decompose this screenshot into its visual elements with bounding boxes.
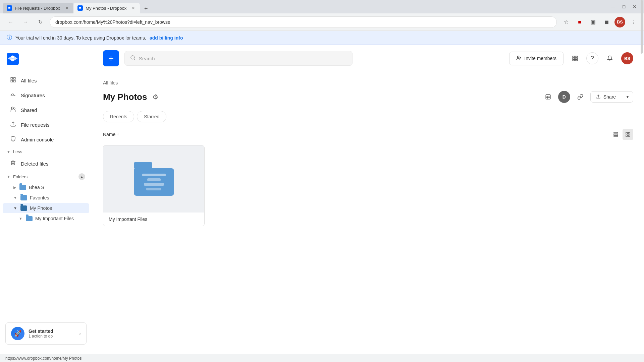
svg-rect-17 — [576, 58, 578, 59]
address-bar-actions: ☆ ■ ▣ ◼ BS ⋮ — [561, 17, 639, 27]
sidebar-folder-favorites[interactable]: ▼ Favorites — [3, 193, 89, 203]
svg-rect-18 — [573, 60, 574, 61]
title-actions: D Share ▼ — [542, 91, 633, 103]
tab-close-1[interactable]: ✕ — [64, 5, 69, 11]
new-tab-button[interactable]: + — [141, 4, 151, 13]
sidebar-item-signatures[interactable]: Signatures — [3, 88, 89, 103]
share-dropdown-arrow[interactable]: ▼ — [622, 92, 633, 102]
browser-profile-avatar[interactable]: BS — [614, 17, 625, 27]
shared-label: Shared — [21, 107, 37, 113]
tab-starred[interactable]: Starred — [137, 111, 166, 122]
extensions-button[interactable]: ▣ — [588, 17, 598, 27]
svg-rect-27 — [614, 134, 618, 135]
svg-rect-20 — [576, 60, 578, 61]
tab-recents[interactable]: Recents — [103, 111, 134, 122]
forward-button[interactable]: → — [20, 17, 31, 27]
sort-name-button[interactable]: Name ↑ — [103, 132, 119, 137]
svg-point-9 — [518, 56, 519, 58]
tab-bar: File requests - Dropbox ✕ My Photos - Dr… — [3, 0, 151, 13]
status-bar: https://www.dropbox.com/home/My Photos — [0, 354, 644, 362]
grid-view-button[interactable] — [623, 129, 633, 140]
sidebar-folder-bhea-s[interactable]: ▶ Bhea S — [3, 182, 89, 192]
deleted-files-icon — [9, 160, 17, 168]
sidebar-logo[interactable] — [0, 50, 92, 73]
main-content: + Search Invite members — [92, 45, 644, 354]
sidebar-folder-my-photos[interactable]: ▼ My Photos — [3, 203, 89, 213]
deleted-files-label: Deleted files — [21, 161, 49, 167]
minimize-button[interactable]: ─ — [609, 3, 617, 11]
tab-favicon-1 — [7, 5, 12, 11]
close-window-button[interactable]: ✕ — [631, 3, 639, 11]
content-area: All files My Photos ⚙ D — [92, 72, 644, 354]
sidebar-less-toggle[interactable]: ▼ Less — [0, 147, 92, 156]
my-important-files-label: My Important Files — [35, 216, 74, 221]
folder-line-1 — [142, 174, 166, 176]
sort-name-label: Name — [103, 132, 115, 137]
tab-my-photos[interactable]: My Photos - Dropbox ✕ — [73, 3, 140, 13]
admin-console-icon — [9, 136, 17, 143]
all-files-icon — [9, 77, 17, 84]
notifications-button[interactable] — [604, 52, 616, 64]
sidebar-folder-my-important-files[interactable]: ▼ My Important Files — [3, 214, 89, 224]
app-grid-button[interactable] — [569, 52, 581, 64]
refresh-button[interactable]: ↻ — [35, 17, 46, 27]
dropbox-logo-icon[interactable] — [7, 53, 19, 65]
menu-button[interactable]: ⋮ — [628, 17, 639, 27]
breadcrumb[interactable]: All files — [103, 80, 633, 85]
tab-file-requests[interactable]: File requests - Dropbox ✕ — [3, 3, 73, 13]
invite-members-button[interactable]: Invite members — [509, 52, 564, 65]
svg-rect-13 — [575, 56, 576, 57]
admin-console-label: Admin console — [21, 137, 54, 142]
less-label: Less — [13, 149, 22, 154]
svg-rect-3 — [11, 80, 12, 82]
invite-members-label: Invite members — [524, 56, 556, 61]
split-view-button[interactable]: ◼ — [601, 17, 612, 27]
folders-scroll-up[interactable]: ▲ — [78, 173, 85, 180]
search-input[interactable]: Search — [139, 56, 155, 61]
browser-frame: File requests - Dropbox ✕ My Photos - Dr… — [0, 0, 644, 362]
sidebar-item-deleted-files[interactable]: Deleted files — [3, 157, 89, 171]
bookmark-button[interactable]: ☆ — [561, 17, 572, 27]
get-started-button[interactable]: 🚀 Get started 1 action to do › — [5, 322, 87, 345]
add-button[interactable]: + — [103, 50, 119, 66]
sidebar-item-shared[interactable]: Shared — [3, 103, 89, 117]
share-label: Share — [603, 94, 616, 100]
file-requests-icon — [9, 121, 17, 129]
add-billing-info-link[interactable]: add billing info — [150, 35, 183, 41]
list-view-button[interactable] — [610, 129, 621, 140]
svg-rect-15 — [573, 58, 574, 59]
search-bar[interactable]: Search — [124, 51, 353, 66]
favorites-folder-icon — [20, 195, 27, 200]
folders-section-header[interactable]: ▼ Folders ▲ — [0, 171, 92, 182]
copy-link-button[interactable] — [574, 91, 586, 103]
help-button[interactable]: ? — [586, 52, 598, 64]
folder-body-shape — [134, 168, 174, 196]
file-card-my-important-files[interactable]: My Important Files — [103, 145, 205, 226]
header-actions: Invite members ? BS — [509, 52, 633, 65]
signatures-label: Signatures — [21, 93, 45, 98]
url-bar[interactable]: dropbox.com/home/My%20Photos?di=left_nav… — [50, 16, 557, 28]
maximize-button[interactable]: □ — [620, 3, 628, 11]
file-card-name: My Important Files — [109, 217, 199, 222]
adblock-button[interactable]: ■ — [574, 17, 585, 27]
user-avatar[interactable]: BS — [621, 52, 633, 64]
main-header: + Search Invite members — [92, 45, 644, 72]
shared-icon — [9, 106, 17, 114]
my-important-files-folder-icon — [26, 216, 33, 221]
sidebar: All files Signatures Shared — [0, 45, 92, 354]
folder-settings-gear[interactable]: ⚙ — [152, 93, 158, 101]
svg-rect-31 — [626, 135, 628, 136]
back-button[interactable]: ← — [5, 17, 16, 27]
share-button[interactable]: Share ▼ — [590, 91, 633, 103]
sidebar-item-all-files[interactable]: All files — [3, 73, 89, 88]
folder-line-3 — [144, 183, 164, 186]
collaborator-avatar-d[interactable]: D — [558, 91, 570, 103]
sidebar-item-admin-console[interactable]: Admin console — [3, 132, 89, 147]
folder-preview-container — [134, 162, 174, 196]
file-requests-label: File requests — [21, 122, 50, 128]
tab-close-2[interactable]: ✕ — [130, 5, 136, 11]
table-view-button[interactable] — [542, 91, 554, 103]
sidebar-item-file-requests[interactable]: File requests — [3, 118, 89, 132]
share-button-main[interactable]: Share — [591, 92, 621, 102]
tabs-row: Recents Starred — [103, 111, 633, 122]
